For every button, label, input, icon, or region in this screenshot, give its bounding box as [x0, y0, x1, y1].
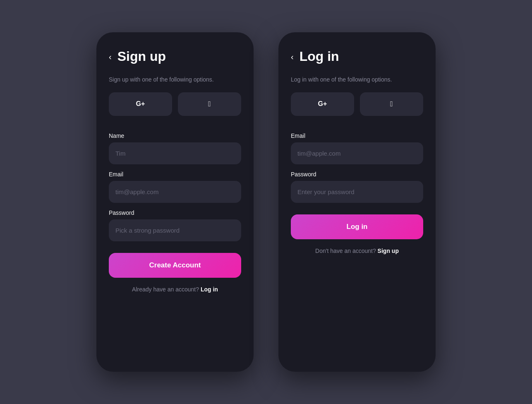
signup-footer-text: Already have an account?: [132, 286, 199, 293]
signup-apple-button[interactable]: : [178, 92, 241, 116]
signup-back-button[interactable]: ‹: [109, 53, 112, 61]
login-button[interactable]: Log in: [291, 214, 423, 239]
signup-email-input[interactable]: [109, 181, 241, 203]
login-password-label: Password: [291, 171, 423, 178]
signup-oauth-buttons: G+ : [109, 92, 241, 116]
login-email-label: Email: [291, 132, 423, 139]
signup-password-input[interactable]: [109, 219, 241, 241]
signup-header: ‹ Sign up: [109, 49, 241, 64]
login-back-button[interactable]: ‹: [291, 53, 294, 61]
login-subtitle: Log in with one of the following options…: [291, 76, 423, 84]
signup-subtitle: Sign up with one of the following option…: [109, 76, 241, 84]
signup-email-label: Email: [109, 171, 241, 178]
signup-password-label: Password: [109, 209, 241, 216]
login-email-input[interactable]: [291, 142, 423, 164]
create-account-button[interactable]: Create Account: [109, 253, 241, 278]
login-footer: Don't have an account? Sign up: [291, 248, 423, 254]
login-signup-link[interactable]: Sign up: [378, 248, 399, 254]
login-apple-button[interactable]: : [360, 92, 423, 116]
signup-name-label: Name: [109, 132, 241, 139]
login-password-input[interactable]: [291, 181, 423, 203]
signup-login-link[interactable]: Log in: [201, 286, 218, 293]
login-card: ‹ Log in Log in with one of the followin…: [278, 32, 436, 372]
login-header: ‹ Log in: [291, 49, 423, 64]
apple-icon-login: : [390, 100, 393, 108]
signup-card: ‹ Sign up Sign up with one of the follow…: [96, 32, 254, 372]
signup-name-input[interactable]: [109, 142, 241, 164]
signup-google-button[interactable]: G+: [109, 92, 172, 116]
signup-footer: Already have an account? Log in: [109, 286, 241, 293]
login-google-button[interactable]: G+: [291, 92, 354, 116]
login-footer-text: Don't have an account?: [315, 248, 376, 254]
apple-icon: : [208, 100, 211, 108]
login-title: Log in: [300, 49, 339, 64]
signup-title: Sign up: [117, 49, 166, 64]
login-oauth-buttons: G+ : [291, 92, 423, 116]
